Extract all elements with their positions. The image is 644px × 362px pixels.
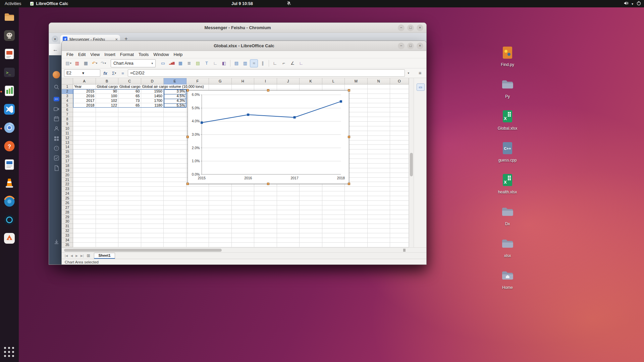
cell-B4[interactable]: 102: [96, 99, 119, 103]
combobox-dropdown-icon[interactable]: ▾: [151, 62, 153, 65]
desktop-icon-home[interactable]: Home: [494, 268, 521, 290]
cell-G30[interactable]: [209, 219, 232, 224]
data-table-button[interactable]: ▦: [176, 59, 184, 67]
cell-B15[interactable]: [96, 149, 119, 154]
cell-O32[interactable]: [390, 229, 409, 233]
cell-K27[interactable]: [300, 205, 322, 210]
cell-A28[interactable]: [73, 210, 96, 215]
cell-J24[interactable]: [277, 191, 300, 196]
cell-N17[interactable]: [368, 159, 390, 164]
vertical-grids-button[interactable]: ∥: [259, 59, 267, 67]
cell-H1[interactable]: [232, 84, 255, 89]
cell-B29[interactable]: [96, 215, 119, 220]
column-header-H[interactable]: H: [232, 78, 255, 84]
dock-item-files[interactable]: [2, 10, 17, 25]
cell-D28[interactable]: [141, 210, 164, 215]
cell-F32[interactable]: [186, 229, 209, 233]
feishu-tasks-icon[interactable]: [53, 154, 60, 162]
cell-E12[interactable]: [164, 136, 186, 140]
scale-text-button[interactable]: ≈: [250, 59, 258, 67]
cell-N18[interactable]: [368, 164, 390, 168]
select-all-corner[interactable]: [62, 78, 73, 84]
column-header-G[interactable]: G: [209, 78, 232, 84]
cell-I32[interactable]: [254, 229, 277, 233]
row-header-28[interactable]: 28: [62, 210, 73, 215]
cell-M29[interactable]: [345, 215, 368, 220]
calc-titlebar[interactable]: Global.xlsx - LibreOffice Calc − □ ×: [62, 41, 426, 51]
cell-E27[interactable]: [164, 205, 186, 210]
cell-D24[interactable]: [141, 191, 164, 196]
cell-I27[interactable]: [254, 205, 277, 210]
cell-N22[interactable]: [368, 182, 390, 187]
cell-D15[interactable]: [141, 149, 164, 154]
row-header-25[interactable]: 25: [62, 196, 73, 201]
cell-J34[interactable]: [277, 238, 300, 243]
cell-G35[interactable]: [209, 243, 232, 247]
cell-C18[interactable]: [118, 164, 141, 168]
cell-C32[interactable]: [118, 229, 141, 233]
menu-help[interactable]: Help: [171, 51, 185, 58]
cell-N32[interactable]: [368, 229, 390, 233]
cell-E26[interactable]: [164, 201, 186, 205]
cell-D19[interactable]: [141, 168, 164, 173]
cell-F34[interactable]: [186, 238, 209, 243]
cell-L23[interactable]: [322, 187, 345, 191]
cell-D7[interactable]: [141, 112, 164, 117]
feishu-contacts-icon[interactable]: [53, 125, 60, 132]
column-header-N[interactable]: N: [368, 78, 390, 84]
cell-A32[interactable]: [73, 229, 96, 233]
dropdown-arrow-icon[interactable]: ▾: [70, 62, 71, 65]
cell-L30[interactable]: [322, 219, 345, 224]
cell-A12[interactable]: [73, 136, 96, 140]
cell-B3[interactable]: 100: [96, 94, 119, 99]
cell-M30[interactable]: [345, 219, 368, 224]
cell-C22[interactable]: [118, 182, 141, 187]
cell-N28[interactable]: [368, 210, 390, 215]
cell-E13[interactable]: [164, 140, 186, 145]
cell-D32[interactable]: [141, 229, 164, 233]
cell-O13[interactable]: [390, 140, 409, 145]
first-sheet-button[interactable]: |◀: [64, 254, 69, 257]
cell-N21[interactable]: [368, 178, 390, 182]
cell-C20[interactable]: [118, 173, 141, 178]
cell-D31[interactable]: [141, 224, 164, 229]
cell-O23[interactable]: [390, 187, 409, 191]
cell-I26[interactable]: [254, 201, 277, 205]
cell-D6[interactable]: [141, 108, 164, 112]
row-header-5[interactable]: 5: [62, 103, 73, 108]
cell-A13[interactable]: [73, 140, 96, 145]
dock-item-chromium[interactable]: [2, 121, 17, 136]
row-header-17[interactable]: 17: [62, 159, 73, 164]
cell-H31[interactable]: [232, 224, 255, 229]
cell-C30[interactable]: [118, 219, 141, 224]
cell-O6[interactable]: [390, 108, 409, 112]
row-header-16[interactable]: 16: [62, 154, 73, 159]
cell-N23[interactable]: [368, 187, 390, 191]
column-header-C[interactable]: C: [118, 78, 141, 84]
cell-A8[interactable]: [73, 117, 96, 122]
cell-N2[interactable]: [368, 89, 390, 94]
row-header-35[interactable]: 35: [62, 243, 73, 247]
cell-N1[interactable]: [368, 84, 390, 89]
cell-H25[interactable]: [232, 196, 255, 201]
format-selection-button[interactable]: ▭: [159, 59, 167, 67]
horizontal-scrollbar-thumb[interactable]: [64, 249, 222, 252]
row-header-8[interactable]: 8: [62, 117, 73, 122]
desktop-icon-find-py[interactable]: Find.py: [494, 45, 521, 67]
cell-G28[interactable]: [209, 210, 232, 215]
cell-A30[interactable]: [73, 219, 96, 224]
cell-G29[interactable]: [209, 215, 232, 220]
cell-B11[interactable]: [96, 131, 119, 136]
3d-view-button[interactable]: ◧: [220, 59, 228, 67]
cell-N34[interactable]: [368, 238, 390, 243]
cell-N15[interactable]: [368, 149, 390, 154]
cell-J33[interactable]: [277, 233, 300, 238]
cell-O29[interactable]: [390, 215, 409, 220]
sheet-tab-sheet1[interactable]: Sheet1: [94, 253, 115, 259]
cell-I31[interactable]: [254, 224, 277, 229]
cell-O33[interactable]: [390, 233, 409, 238]
desktop-icon-global-xlsx[interactable]: XGlobal.xlsx: [494, 109, 521, 131]
cell-C17[interactable]: [118, 159, 141, 164]
cell-I23[interactable]: [254, 187, 277, 191]
column-header-F[interactable]: F: [186, 78, 209, 84]
